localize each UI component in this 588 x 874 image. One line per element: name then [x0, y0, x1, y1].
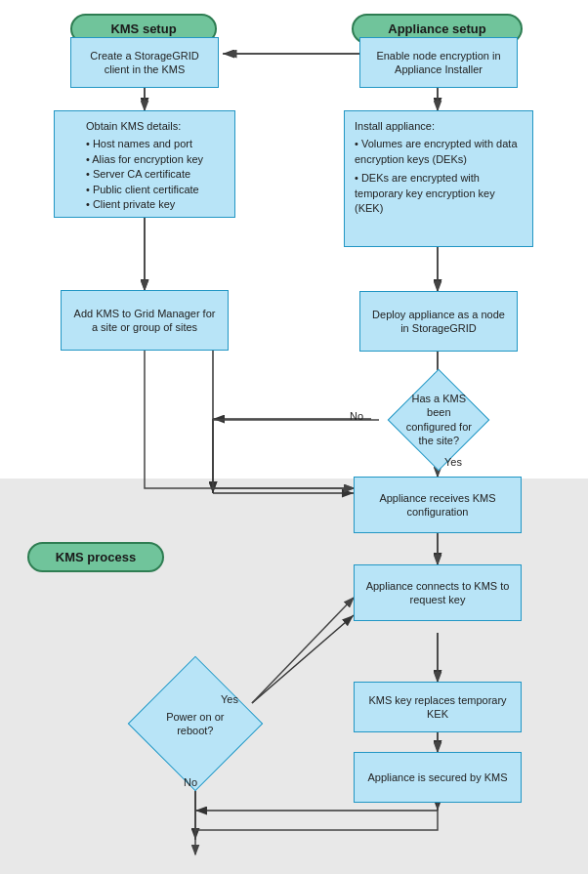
- install-appliance-box: Install appliance: • Volumes are encrypt…: [344, 110, 533, 247]
- appliance-connects-box: Appliance connects to KMS to request key: [354, 564, 522, 621]
- add-kms-box: Add KMS to Grid Manager for a site or gr…: [61, 290, 229, 351]
- section-bottom: [0, 479, 588, 874]
- appliance-secured-box: Appliance is secured by KMS: [354, 752, 522, 803]
- appliance-receives-box: Appliance receives KMS configuration: [354, 477, 522, 533]
- yes-label-power-on: Yes: [221, 693, 238, 705]
- yes-label-has-kms: Yes: [444, 456, 462, 468]
- has-kms-diamond: Has a KMS been configured for the site?: [388, 369, 490, 472]
- create-client-box: Create a StorageGRID client in the KMS: [70, 37, 219, 88]
- kms-process-label: KMS process: [27, 542, 164, 572]
- power-on-diamond-wrapper: Power on or reboot?: [119, 676, 272, 771]
- power-on-diamond: Power on or reboot?: [128, 656, 264, 792]
- diagram: KMS setup Appliance setup KMS process Cr…: [0, 0, 588, 874]
- kms-key-replaces-box: KMS key replaces temporary KEK: [354, 682, 522, 732]
- deploy-appliance-box: Deploy appliance as a node in StorageGRI…: [359, 291, 518, 352]
- no-label-power-on: No: [184, 776, 197, 788]
- enable-node-box: Enable node encryption in Appliance Inst…: [359, 37, 518, 88]
- obtain-kms-box: Obtain KMS details: • Host names and por…: [54, 110, 235, 218]
- has-kms-diamond-wrapper: Has a KMS been configured for the site?: [381, 384, 496, 456]
- no-label-has-kms: No: [350, 410, 363, 422]
